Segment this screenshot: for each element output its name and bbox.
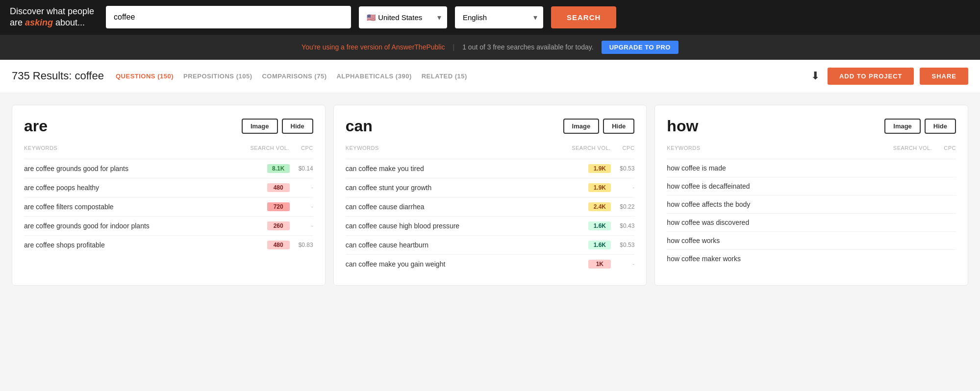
tab-related[interactable]: RELATED (15)	[422, 72, 467, 81]
tab-questions[interactable]: QUESTIONS (150)	[116, 72, 174, 81]
search-volume-badge: 480	[267, 241, 290, 249]
card-header-are: areImageHide	[24, 117, 313, 135]
search-volume-badge: 1.9K	[588, 183, 611, 192]
keyword-text[interactable]: can coffee cause high blood pressure	[346, 222, 576, 230]
language-select[interactable]: English	[455, 6, 543, 28]
card-title-how: how	[667, 117, 698, 135]
card-title-can: can	[346, 117, 373, 135]
table-row: how coffee works	[667, 231, 956, 249]
card-actions-can: ImageHide	[563, 119, 635, 134]
notice-bar: You're using a free version of AnswerThe…	[0, 35, 980, 60]
keyword-text[interactable]: can coffee cause diarrhea	[346, 203, 576, 211]
table-row: can coffee cause diarrhea2.4K$0.22	[346, 197, 635, 216]
table-row: are coffee poops healthy480-	[24, 178, 313, 197]
share-button[interactable]: SHARE	[920, 68, 968, 85]
results-header: 735 Results: coffee QUESTIONS (150)PREPO…	[0, 60, 980, 93]
table-header-how: KeywordsSearch Vol.CPC	[667, 145, 956, 155]
keyword-text[interactable]: are coffee shops profitable	[24, 241, 254, 249]
col-keywords-label: Keywords	[346, 145, 379, 151]
card-header-how: howImageHide	[667, 117, 956, 135]
country-select[interactable]: 🇺🇸 United States	[359, 6, 447, 28]
search-volume-badge: 480	[267, 183, 290, 192]
keyword-text[interactable]: can coffee make you tired	[346, 165, 576, 172]
keyword-text[interactable]: can coffee make you gain weight	[346, 260, 576, 268]
cpc-value: $0.22	[617, 203, 634, 210]
cpc-value: $0.53	[617, 165, 634, 172]
table-header-can: KeywordsSearch Vol.CPC	[346, 145, 635, 155]
table-row: how coffee is decaffeinated	[667, 177, 956, 195]
search-volume-badge: 1K	[588, 260, 611, 269]
image-button-can[interactable]: Image	[563, 119, 600, 134]
col-cpc-label: CPC	[301, 145, 313, 151]
table-row: can coffee make you gain weight1K-	[346, 254, 635, 273]
keyword-text[interactable]: are coffee filters compostable	[24, 203, 254, 211]
card-header-can: canImageHide	[346, 117, 635, 135]
results-title: 735 Results: coffee	[12, 70, 104, 82]
table-row: can coffee cause heartburn1.6K$0.53	[346, 235, 635, 254]
keyword-text[interactable]: are coffee grounds good for plants	[24, 165, 254, 172]
col-keywords-label: Keywords	[24, 145, 57, 151]
search-button[interactable]: SEARCH	[551, 6, 616, 28]
search-volume-badge: 1.6K	[588, 221, 611, 230]
hide-button-are[interactable]: Hide	[282, 119, 313, 134]
keyword-text[interactable]: can coffee cause heartburn	[346, 241, 576, 249]
content-area: areImageHideKeywordsSearch Vol.CPCare co…	[0, 93, 980, 297]
card-actions-are: ImageHide	[242, 119, 313, 134]
upgrade-button[interactable]: UPGRADE TO PRO	[602, 41, 678, 54]
table-row: are coffee grounds good for indoor plant…	[24, 216, 313, 235]
search-volume-badge: 8.1K	[267, 164, 290, 173]
table-row: can coffee stunt your growth1.9K-	[346, 178, 635, 197]
cpc-value: -	[296, 203, 313, 210]
table-row: how coffee maker works	[667, 249, 956, 268]
cpc-value: $0.14	[296, 165, 313, 172]
image-button-how[interactable]: Image	[884, 119, 921, 134]
table-row: are coffee shops profitable480$0.83	[24, 235, 313, 254]
col-cpc-label: CPC	[944, 145, 956, 151]
table-row: are coffee grounds good for plants8.1K$0…	[24, 159, 313, 178]
keyword-text[interactable]: how coffee maker works	[667, 255, 897, 263]
keyword-text[interactable]: how coffee is made	[667, 164, 897, 172]
keyword-text[interactable]: are coffee grounds good for indoor plant…	[24, 222, 254, 230]
table-header-are: KeywordsSearch Vol.CPC	[24, 145, 313, 155]
search-input-wrap	[106, 6, 351, 28]
search-volume-badge: 1.9K	[588, 164, 611, 173]
header: Discover what people are asking about...…	[0, 0, 980, 35]
keyword-text[interactable]: how coffee is decaffeinated	[667, 182, 897, 190]
results-actions: ⬇ ADD TO PROJECT SHARE	[809, 68, 968, 85]
search-volume-badge: 720	[267, 202, 290, 211]
keyword-text[interactable]: are coffee poops healthy	[24, 184, 254, 192]
search-input[interactable]	[106, 6, 351, 28]
tab-prepositions[interactable]: PREPOSITIONS (105)	[183, 72, 252, 81]
results-tabs: QUESTIONS (150)PREPOSITIONS (105)COMPARI…	[116, 72, 797, 81]
cpc-value: $0.43	[617, 222, 634, 229]
cpc-value: $0.53	[617, 242, 634, 248]
table-row: how coffee is made	[667, 159, 956, 177]
cpc-value: -	[296, 222, 313, 229]
search-volume-badge: 260	[267, 221, 290, 230]
keyword-text[interactable]: can coffee stunt your growth	[346, 184, 576, 192]
cpc-value: $0.83	[296, 242, 313, 248]
hide-button-can[interactable]: Hide	[603, 119, 634, 134]
tab-alphabeticals[interactable]: ALPHABETICALS (390)	[336, 72, 411, 81]
brand-text: Discover what people are asking about...	[10, 6, 98, 29]
cpc-value: -	[617, 261, 634, 268]
download-icon[interactable]: ⬇	[809, 68, 822, 84]
table-row: can coffee cause high blood pressure1.6K…	[346, 216, 635, 235]
table-row: are coffee filters compostable720-	[24, 197, 313, 216]
language-select-wrap: English	[455, 6, 543, 28]
keyword-table-are: KeywordsSearch Vol.CPCare coffee grounds…	[24, 145, 313, 254]
card-can: canImageHideKeywordsSearch Vol.CPCcan co…	[333, 105, 647, 286]
tab-comparisons[interactable]: COMPARISONS (75)	[262, 72, 327, 81]
hide-button-how[interactable]: Hide	[925, 119, 956, 134]
card-actions-how: ImageHide	[884, 119, 956, 134]
col-cpc-label: CPC	[623, 145, 635, 151]
card-how: howImageHideKeywordsSearch Vol.CPChow co…	[654, 105, 968, 286]
table-row: how coffee was discovered	[667, 213, 956, 231]
keyword-text[interactable]: how coffee works	[667, 237, 897, 244]
image-button-are[interactable]: Image	[242, 119, 278, 134]
table-row: how coffee affects the body	[667, 195, 956, 213]
add-to-project-button[interactable]: ADD TO PROJECT	[828, 68, 914, 85]
keyword-text[interactable]: how coffee affects the body	[667, 200, 897, 208]
search-volume-badge: 1.6K	[588, 241, 611, 249]
keyword-text[interactable]: how coffee was discovered	[667, 219, 897, 226]
